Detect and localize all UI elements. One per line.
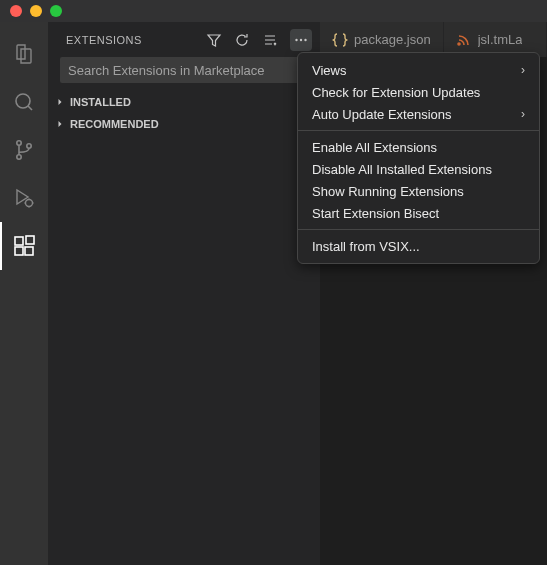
sidebar-title: EXTENSIONS bbox=[66, 34, 206, 46]
window-zoom-button[interactable] bbox=[50, 5, 62, 17]
menu-item-label: Auto Update Extensions bbox=[312, 107, 451, 122]
git-branch-icon bbox=[12, 138, 36, 162]
titlebar bbox=[0, 0, 547, 22]
svg-rect-5 bbox=[15, 237, 23, 245]
activity-extensions[interactable] bbox=[0, 222, 48, 270]
files-icon bbox=[12, 42, 36, 66]
menu-views[interactable]: Views › bbox=[298, 59, 539, 81]
svg-rect-7 bbox=[25, 247, 33, 255]
svg-point-3 bbox=[27, 144, 31, 148]
activity-bar bbox=[0, 22, 48, 565]
menu-enable-all[interactable]: Enable All Extensions bbox=[298, 136, 539, 158]
play-bug-icon bbox=[12, 186, 36, 210]
menu-show-running[interactable]: Show Running Extensions bbox=[298, 180, 539, 202]
svg-point-10 bbox=[300, 38, 302, 40]
chevron-right-icon bbox=[52, 118, 68, 130]
filter-button[interactable] bbox=[206, 32, 222, 48]
section-recommended-label: RECOMMENDED bbox=[70, 118, 159, 130]
menu-install-vsix[interactable]: Install from VSIX... bbox=[298, 235, 539, 257]
window-minimize-button[interactable] bbox=[30, 5, 42, 17]
chevron-right-icon: › bbox=[521, 107, 525, 121]
braces-icon bbox=[332, 32, 348, 48]
chevron-right-icon: › bbox=[521, 63, 525, 77]
menu-separator bbox=[298, 229, 539, 230]
svg-point-4 bbox=[26, 200, 33, 207]
extensions-more-menu: Views › Check for Extension Updates Auto… bbox=[297, 52, 540, 264]
section-installed-label: INSTALLED bbox=[70, 96, 131, 108]
menu-item-label: Enable All Extensions bbox=[312, 140, 437, 155]
chevron-right-icon bbox=[52, 96, 68, 108]
clear-button[interactable] bbox=[262, 32, 278, 48]
menu-disable-all[interactable]: Disable All Installed Extensions bbox=[298, 158, 539, 180]
svg-rect-8 bbox=[26, 236, 34, 244]
rss-icon bbox=[456, 32, 472, 48]
menu-item-label: Check for Extension Updates bbox=[312, 85, 480, 100]
menu-item-label: Start Extension Bisect bbox=[312, 206, 439, 221]
svg-rect-6 bbox=[15, 247, 23, 255]
extensions-sidebar: EXTENSIONS INSTALLED bbox=[48, 22, 320, 565]
menu-separator bbox=[298, 130, 539, 131]
refresh-button[interactable] bbox=[234, 32, 250, 48]
sidebar-header: EXTENSIONS bbox=[48, 22, 320, 57]
svg-point-2 bbox=[17, 155, 21, 159]
search-icon bbox=[12, 90, 36, 114]
tab-label: package.json bbox=[354, 32, 431, 47]
window-close-button[interactable] bbox=[10, 5, 22, 17]
menu-item-label: Install from VSIX... bbox=[312, 239, 420, 254]
activity-run-debug[interactable] bbox=[0, 174, 48, 222]
search-input[interactable] bbox=[60, 57, 308, 83]
sidebar-actions bbox=[206, 29, 312, 51]
extensions-icon bbox=[12, 234, 36, 258]
menu-item-label: Views bbox=[312, 63, 346, 78]
svg-point-9 bbox=[295, 38, 297, 40]
svg-point-0 bbox=[16, 94, 30, 108]
svg-point-1 bbox=[17, 141, 21, 145]
menu-start-bisect[interactable]: Start Extension Bisect bbox=[298, 202, 539, 224]
activity-source-control[interactable] bbox=[0, 126, 48, 174]
section-installed[interactable]: INSTALLED bbox=[48, 91, 320, 113]
menu-item-label: Show Running Extensions bbox=[312, 184, 464, 199]
tab-label: jsl.tmLa bbox=[478, 32, 523, 47]
more-actions-button[interactable] bbox=[290, 29, 312, 51]
filter-icon bbox=[206, 32, 222, 48]
refresh-icon bbox=[234, 32, 250, 48]
menu-check-updates[interactable]: Check for Extension Updates bbox=[298, 81, 539, 103]
activity-explorer[interactable] bbox=[0, 30, 48, 78]
activity-search[interactable] bbox=[0, 78, 48, 126]
ellipsis-icon bbox=[293, 32, 309, 48]
menu-item-label: Disable All Installed Extensions bbox=[312, 162, 492, 177]
svg-point-11 bbox=[304, 38, 306, 40]
section-recommended[interactable]: RECOMMENDED bbox=[48, 113, 320, 135]
menu-auto-update[interactable]: Auto Update Extensions › bbox=[298, 103, 539, 125]
clear-icon bbox=[262, 32, 278, 48]
